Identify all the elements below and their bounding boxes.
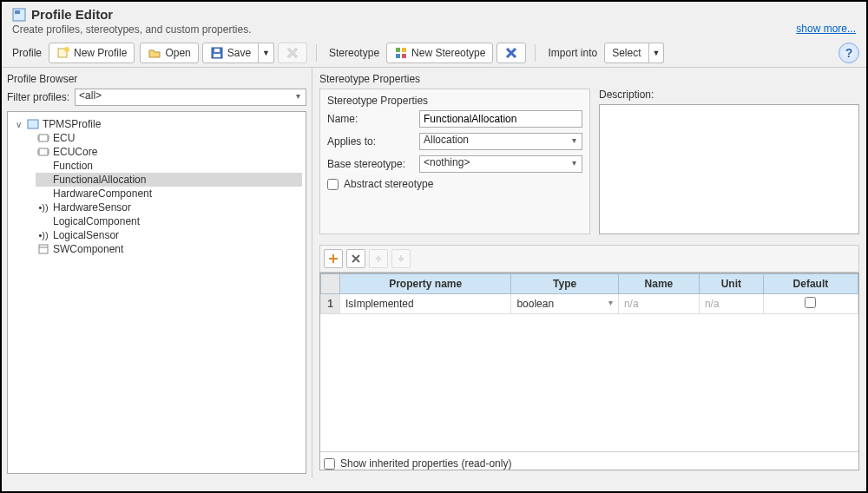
save-button[interactable]: Save xyxy=(202,43,259,63)
toolbar: Profile New Profile Open Save ▼ Stereoty… xyxy=(2,39,866,68)
new-profile-button[interactable]: New Profile xyxy=(49,43,135,63)
import-label: Import into xyxy=(544,47,601,59)
delete-profile-button[interactable] xyxy=(278,43,307,63)
tree-item[interactable]: •))HardwareSensor xyxy=(36,200,302,214)
description-textarea[interactable] xyxy=(599,104,859,234)
svg-rect-9 xyxy=(396,54,400,58)
properties-table-container: Property name Type Name Unit Default 1Is… xyxy=(319,273,859,470)
svg-rect-26 xyxy=(39,245,48,253)
cell-unit[interactable]: n/a xyxy=(699,294,763,314)
type-select[interactable]: boolean xyxy=(516,298,613,310)
svg-point-3 xyxy=(64,47,69,52)
remove-property-button[interactable] xyxy=(346,249,365,268)
svg-rect-19 xyxy=(39,148,48,155)
name-input[interactable] xyxy=(419,110,582,128)
profile-icon xyxy=(27,118,39,130)
new-stereotype-icon xyxy=(394,46,408,60)
save-icon xyxy=(210,46,224,60)
tree-item[interactable]: Function xyxy=(36,159,302,173)
show-inherited-checkbox[interactable] xyxy=(324,458,335,470)
tree-item[interactable]: •))LogicalSensor xyxy=(36,228,302,242)
tree-item-icon xyxy=(37,160,49,172)
profile-browser-title: Profile Browser xyxy=(7,71,306,89)
tree-item-icon xyxy=(37,146,49,158)
help-button[interactable]: ? xyxy=(838,43,859,63)
abstract-checkbox[interactable] xyxy=(327,179,339,190)
col-name[interactable]: Name xyxy=(618,274,699,294)
save-label: Save xyxy=(227,47,251,59)
cell-property-name[interactable]: IsImplemented xyxy=(340,294,511,314)
tree-item[interactable]: FunctionalAllocation xyxy=(36,173,302,187)
page-subtitle: Create profiles, stereotypes, and custom… xyxy=(12,23,251,36)
stereotype-section-label: Stereotype Properties xyxy=(327,95,582,107)
new-profile-label: New Profile xyxy=(74,47,127,59)
col-unit[interactable]: Unit xyxy=(699,274,763,294)
col-property-name[interactable]: Property name xyxy=(340,274,511,294)
filter-value: <all> xyxy=(79,89,102,102)
tree-item-label: Function xyxy=(53,160,93,172)
description-label: Description: xyxy=(599,89,859,101)
filter-profiles-select[interactable]: <all> xyxy=(75,89,306,106)
tree-item[interactable]: ECU xyxy=(36,131,302,145)
help-icon: ? xyxy=(845,46,853,60)
show-inherited-label: Show inherited properties (read-only) xyxy=(340,457,511,470)
tree-item[interactable]: SWComponent xyxy=(36,242,302,256)
plus-icon xyxy=(328,253,339,264)
open-button[interactable]: Open xyxy=(140,43,198,63)
tree-item-label: HardwareSensor xyxy=(53,201,131,214)
tree-item-icon: •)) xyxy=(37,201,49,214)
save-dropdown-button[interactable]: ▼ xyxy=(259,43,274,63)
new-stereotype-button[interactable]: New Stereotype xyxy=(386,43,493,63)
cell-name[interactable]: n/a xyxy=(618,294,699,314)
base-stereotype-value: <nothing> xyxy=(424,156,470,168)
tree-item[interactable]: ECUCore xyxy=(36,145,302,159)
tree-item[interactable]: HardwareComponent xyxy=(36,187,302,200)
tree-collapse-icon[interactable]: ∨ xyxy=(13,120,23,129)
select-label: Select xyxy=(612,47,641,59)
add-property-button[interactable] xyxy=(324,249,343,268)
tree-item-label: LogicalSensor xyxy=(53,229,119,241)
svg-rect-8 xyxy=(402,48,406,52)
select-import-dropdown[interactable]: ▼ xyxy=(649,43,665,63)
delete-icon xyxy=(286,46,299,60)
cell-default[interactable] xyxy=(763,294,858,314)
base-stereotype-select[interactable]: <nothing> xyxy=(419,155,582,173)
tree-item-icon xyxy=(37,132,49,144)
tree-item-icon xyxy=(37,215,49,227)
applies-to-select[interactable]: Allocation xyxy=(419,133,582,150)
properties-table[interactable]: Property name Type Name Unit Default 1Is… xyxy=(320,273,858,314)
show-more-link[interactable]: show more... xyxy=(796,23,856,35)
profile-tree[interactable]: ∨ TPMSProfile ECUECUCoreFunctionFunction… xyxy=(7,111,306,474)
col-rownum xyxy=(321,274,340,294)
tree-item-label: FunctionalAllocation xyxy=(53,174,146,186)
select-import-button[interactable]: Select xyxy=(604,43,648,63)
tree-item[interactable]: LogicalComponent xyxy=(36,214,302,228)
col-type[interactable]: Type xyxy=(511,274,619,294)
profile-editor-icon xyxy=(12,8,26,22)
move-down-button[interactable] xyxy=(391,249,411,268)
tree-root-node[interactable]: ∨ TPMSProfile xyxy=(11,117,302,131)
svg-rect-1 xyxy=(15,10,20,14)
move-up-button[interactable] xyxy=(369,249,388,268)
default-checkbox[interactable] xyxy=(805,297,816,308)
svg-rect-12 xyxy=(39,135,48,141)
svg-rect-10 xyxy=(402,54,406,58)
delete-stereotype-button[interactable] xyxy=(496,43,526,63)
page-title: Profile Editor xyxy=(31,7,113,22)
col-default[interactable]: Default xyxy=(763,274,858,294)
table-row[interactable]: 1IsImplementedbooleann/an/a xyxy=(321,294,858,314)
tree-item-icon: •)) xyxy=(37,229,49,241)
arrow-up-icon xyxy=(373,253,384,264)
stereotype-properties-title: Stereotype Properties xyxy=(319,71,859,89)
tree-item-label: HardwareComponent xyxy=(53,187,152,200)
header: Profile Editor Create profiles, stereoty… xyxy=(2,2,866,39)
tree-item-icon xyxy=(37,243,49,255)
tree-item-label: ECUCore xyxy=(53,146,97,158)
arrow-down-icon xyxy=(396,253,406,264)
x-icon xyxy=(351,253,361,264)
svg-rect-7 xyxy=(396,48,400,52)
new-profile-icon xyxy=(56,46,70,60)
cell-type[interactable]: boolean xyxy=(511,294,619,314)
property-table-toolbar xyxy=(319,245,859,273)
new-stereotype-label: New Stereotype xyxy=(411,47,485,59)
